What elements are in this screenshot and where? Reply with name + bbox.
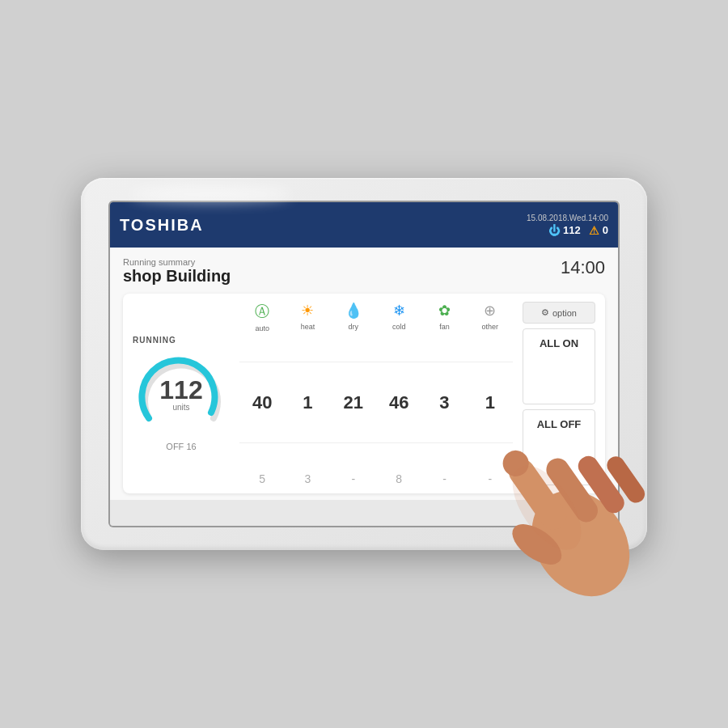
header-status: ⏻ 112 ⚠ 0	[548, 224, 608, 237]
fan-label: fan	[439, 323, 450, 331]
off-label: OFF 16	[166, 442, 196, 451]
heat-off-count: 3	[285, 472, 330, 485]
power-icon: ⏻	[548, 224, 560, 237]
fan-icon: ✿	[438, 302, 451, 320]
heat-on-count: 1	[285, 392, 330, 413]
other-icon: ⊕	[484, 302, 496, 320]
all-on-button[interactable]: ALL ON	[523, 328, 595, 404]
mode-other[interactable]: ⊕ other	[468, 302, 513, 332]
heat-icon: ☀	[301, 302, 314, 320]
mode-dry[interactable]: 💧 dry	[331, 302, 376, 332]
other-label: other	[482, 323, 499, 331]
auto-label: auto	[255, 324, 269, 332]
gauge-container: 112 units	[137, 349, 226, 438]
cold-off-count: 8	[376, 472, 421, 485]
mode-on-row: 40 1 21 46 3	[239, 392, 513, 413]
building-name: shop Building	[123, 267, 231, 286]
right-sidebar: ⚙ option ALL ON ALL OFF	[523, 302, 595, 485]
other-off-count: -	[468, 472, 513, 485]
chevron-up-icon: ∧	[596, 506, 605, 518]
mode-cold[interactable]: ❄ cold	[376, 302, 421, 332]
dry-off-count: -	[331, 472, 376, 485]
summary-label: Running summary	[123, 257, 231, 267]
mode-heat[interactable]: ☀ heat	[285, 302, 330, 332]
mode-header-row: Ⓐ auto ☀ heat 💧 dry ❄ c	[239, 302, 513, 332]
brand-logo: TOSHIBA	[120, 216, 204, 235]
mode-section: Ⓐ auto ☀ heat 💧 dry ❄ c	[239, 302, 513, 485]
close-label: CLOSE	[551, 507, 591, 519]
close-button[interactable]: CLOSE ∧	[551, 507, 605, 519]
power-count: 112	[563, 224, 581, 236]
top-row: Running summary shop Building 14:00	[123, 257, 605, 286]
summary-title: Running summary shop Building	[123, 257, 231, 286]
running-tag: RUNNING	[133, 336, 176, 345]
heat-label: heat	[301, 323, 315, 331]
cold-icon: ❄	[393, 302, 405, 320]
device-panel: TOSHIBA 15.08.2018.Wed.14:00 ⏻ 112 ⚠ 0	[81, 178, 647, 550]
datetime-display: 15.08.2018.Wed.14:00	[527, 214, 608, 222]
alert-status-badge: ⚠ 0	[589, 224, 608, 237]
header-right: 15.08.2018.Wed.14:00 ⏻ 112 ⚠ 0	[527, 214, 608, 237]
divider-2	[239, 442, 513, 443]
gauge-center: 112 units	[159, 377, 202, 412]
mode-auto[interactable]: Ⓐ auto	[239, 302, 285, 332]
cold-on-count: 46	[376, 392, 421, 413]
fan-on-count: 3	[421, 392, 467, 413]
total-units-number: 112	[159, 377, 202, 403]
auto-off-count: 5	[239, 472, 285, 485]
all-off-button[interactable]: ALL OFF	[523, 409, 595, 485]
other-on-count: 1	[468, 392, 513, 413]
running-panel: RUNNING 112 units OFF 16	[123, 294, 605, 493]
header-bar: TOSHIBA 15.08.2018.Wed.14:00 ⏻ 112 ⚠ 0	[110, 202, 618, 248]
auto-icon: Ⓐ	[255, 302, 269, 321]
bottom-bar: CLOSE ∧	[110, 500, 618, 526]
dry-on-count: 21	[331, 392, 376, 413]
power-status-badge: ⏻ 112	[548, 224, 581, 237]
dry-icon: 💧	[345, 302, 362, 320]
gauge-section: RUNNING 112 units OFF 16	[133, 302, 230, 485]
dry-label: dry	[349, 323, 359, 331]
mode-fan[interactable]: ✿ fan	[421, 302, 467, 332]
fan-off-count: -	[421, 472, 467, 485]
gear-icon: ⚙	[541, 307, 549, 318]
divider-1	[239, 362, 513, 362]
main-content: Running summary shop Building 14:00 RUNN…	[110, 248, 618, 500]
mode-off-row: 5 3 - 8 -	[239, 472, 513, 485]
current-time: 14:00	[561, 257, 605, 278]
screen: TOSHIBA 15.08.2018.Wed.14:00 ⏻ 112 ⚠ 0	[110, 202, 618, 526]
option-button[interactable]: ⚙ option	[523, 302, 595, 324]
auto-on-count: 40	[239, 392, 285, 413]
option-label: option	[552, 308, 577, 318]
cold-label: cold	[392, 323, 406, 331]
alert-icon: ⚠	[589, 224, 599, 237]
alert-count: 0	[603, 224, 608, 236]
